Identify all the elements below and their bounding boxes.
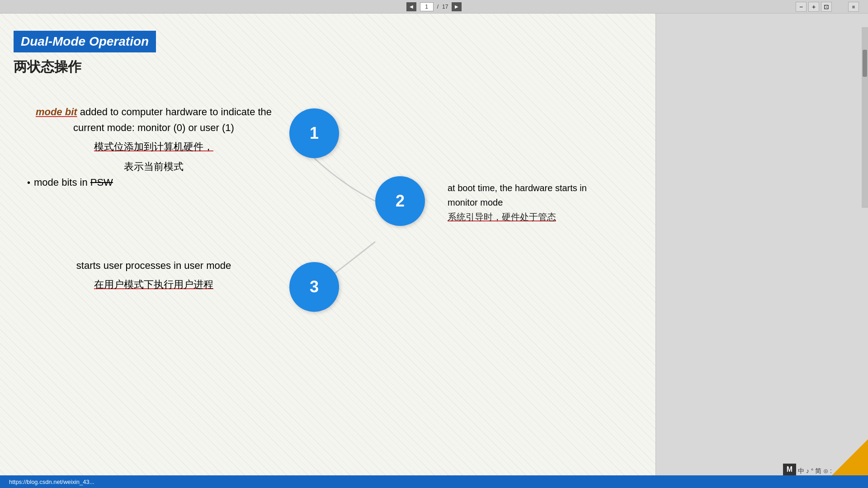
logo-text: 中 ♪ ° 简 ⊙ :	[798, 467, 832, 475]
scrollbar-thumb[interactable]	[863, 50, 867, 77]
bottom-bar: https://blog.csdn.net/weixin_43...	[0, 475, 868, 488]
page-separator: /	[437, 4, 439, 10]
chinese-desc-1: 模式位添加到计算机硬件，	[27, 138, 280, 155]
title-english: Dual-Mode Operation	[21, 34, 149, 48]
mode-bit-rest: added to computer hardware to indicate t…	[73, 106, 272, 133]
bullet-dot: •	[27, 178, 30, 188]
lower-chinese-text: 在用户模式下执行用户进程	[94, 279, 213, 290]
lower-chinese: 在用户模式下执行用户进程	[27, 276, 280, 293]
page-total: 17	[442, 4, 448, 10]
diagram-area: 1 2 3 at boot time, the hardware starts …	[253, 104, 615, 339]
circle-3-label: 3	[310, 277, 319, 296]
zoom-controls: − + ⊡	[796, 2, 832, 12]
zoom-fit-button[interactable]: ⊡	[821, 2, 832, 12]
mode-bit-description: mode bit added to computer hardware to i…	[27, 104, 280, 136]
circle-2-label: 2	[396, 192, 405, 211]
lower-left-content: starts user processes in user mode 在用户模式…	[27, 258, 280, 293]
bullet-text-content: mode bits in PSW	[34, 177, 113, 188]
mode-bit-term: mode bit	[36, 106, 77, 117]
lower-english: starts user processes in user mode	[27, 258, 280, 273]
right-desc-chinese: 系统引导时，硬件处于管态	[448, 210, 619, 224]
next-button[interactable]: ▶	[452, 2, 462, 11]
bottom-url: https://blog.csdn.net/weixin_43...	[9, 479, 94, 485]
right-desc-english: at boot time, the hardware starts in mon…	[448, 181, 619, 210]
triangle-decoration	[832, 439, 868, 475]
menu-button[interactable]: ≡	[848, 2, 859, 12]
right-sidebar	[656, 14, 868, 488]
circle-2: 2	[375, 176, 425, 226]
zoom-out-button[interactable]: −	[796, 2, 807, 12]
chinese-desc-line2: 表示当前模式	[124, 161, 184, 172]
psw-strikethrough: PSW	[90, 177, 113, 188]
title-chinese: 两状态操作	[14, 58, 642, 76]
slide-header: Dual-Mode Operation 两状态操作	[14, 31, 642, 76]
prev-button[interactable]: ◀	[406, 2, 416, 11]
mode-bits-in: mode bits in	[34, 177, 90, 188]
left-content: mode bit added to computer hardware to i…	[27, 104, 280, 188]
chinese-desc-2: 表示当前模式	[27, 158, 280, 175]
title-banner: Dual-Mode Operation	[14, 31, 156, 52]
bottom-right-logo: M 中 ♪ ° 简 ⊙ :	[783, 464, 832, 475]
toolbar: ◀ 1 / 17 ▶ − + ⊡ ≡	[0, 0, 868, 14]
logo-m: M	[783, 464, 796, 475]
zoom-in-button[interactable]: +	[808, 2, 819, 12]
circle-1: 1	[289, 108, 339, 158]
circle-1-label: 1	[310, 124, 319, 143]
right-description: at boot time, the hardware starts in mon…	[448, 181, 619, 224]
chinese-desc-line1: 模式位添加到计算机硬件，	[94, 141, 213, 152]
bullet-item: • mode bits in PSW	[27, 177, 280, 188]
page-current: 1	[420, 2, 434, 11]
circle-3: 3	[289, 262, 339, 312]
scrollbar[interactable]	[862, 27, 868, 208]
slide-container: Dual-Mode Operation 两状态操作 mode bit added…	[0, 14, 656, 483]
